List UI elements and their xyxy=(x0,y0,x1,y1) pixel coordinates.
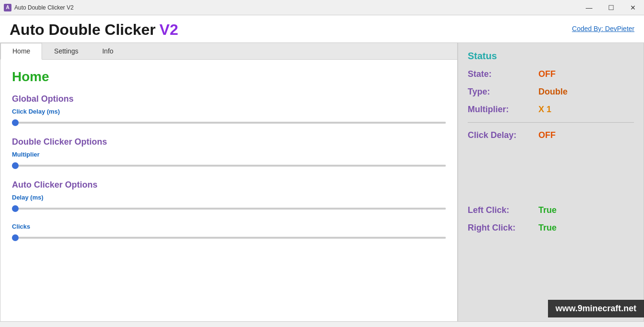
click-delay-container: Click Delay (ms) xyxy=(12,108,446,126)
click-delay-status-label: Click Delay: xyxy=(468,130,535,140)
title-bar: A Auto Double Clicker V2 — ☐ ✕ xyxy=(0,0,644,15)
tab-info[interactable]: Info xyxy=(90,43,125,59)
page-title: Home xyxy=(12,69,446,84)
left-panel: Home Settings Info Home Global Options C… xyxy=(0,42,458,322)
right-click-label: Right Click: xyxy=(468,223,535,233)
main-layout: Home Settings Info Home Global Options C… xyxy=(0,42,644,322)
auto-delay-container: Delay (ms) xyxy=(12,194,446,211)
left-click-label: Left Click: xyxy=(468,205,535,215)
tab-settings[interactable]: Settings xyxy=(42,43,90,59)
tab-content-home: Home Global Options Click Delay (ms) Dou… xyxy=(0,60,457,321)
minimize-button[interactable]: — xyxy=(578,0,600,15)
watermark: www.9minecraft.net xyxy=(548,300,644,317)
auto-delay-label: Delay (ms) xyxy=(12,194,446,201)
tabs-bar: Home Settings Info xyxy=(0,43,457,60)
left-click-value: True xyxy=(538,205,557,215)
app-title-version: V2 xyxy=(160,21,178,39)
maximize-button[interactable]: ☐ xyxy=(600,0,622,15)
window-controls: — ☐ ✕ xyxy=(578,0,644,15)
status-title: Status xyxy=(468,51,634,62)
type-value: Double xyxy=(538,87,568,97)
double-clicker-options-title: Double Clicker Options xyxy=(12,137,446,147)
clicks-slider[interactable] xyxy=(12,237,446,239)
app-title-container: Auto Double Clicker V2 xyxy=(10,21,634,39)
multiplier-status-value: X 1 xyxy=(538,105,551,115)
app-header: Auto Double Clicker V2 Coded By: DevPiet… xyxy=(0,15,644,42)
right-panel: Status State: OFF Type: Double Multiplie… xyxy=(458,42,644,322)
auto-delay-slider[interactable] xyxy=(12,208,446,210)
clicks-label: Clicks xyxy=(12,223,446,230)
right-click-value: True xyxy=(538,223,557,233)
click-delay-label: Click Delay (ms) xyxy=(12,108,446,115)
global-options-title: Global Options xyxy=(12,94,446,104)
auto-clicker-options-title: Auto Clicker Options xyxy=(12,180,446,190)
app-title-main: Auto Double Clicker xyxy=(10,21,156,39)
app-icon: A xyxy=(4,4,11,11)
state-value: OFF xyxy=(538,69,556,79)
click-delay-status-value: OFF xyxy=(538,130,556,140)
multiplier-slider[interactable] xyxy=(12,165,446,167)
multiplier-label: Multiplier xyxy=(12,151,446,158)
left-click-row: Left Click: True xyxy=(468,205,634,215)
click-delay-slider[interactable] xyxy=(12,122,446,124)
tab-home[interactable]: Home xyxy=(0,43,42,60)
type-row: Type: Double xyxy=(468,87,634,97)
title-bar-text: Auto Double Clicker V2 xyxy=(14,4,74,11)
state-row: State: OFF xyxy=(468,69,634,79)
multiplier-container: Multiplier xyxy=(12,151,446,169)
coded-by-link[interactable]: Coded By: DevPieter xyxy=(572,25,634,32)
close-button[interactable]: ✕ xyxy=(622,0,644,15)
multiplier-status-label: Multiplier: xyxy=(468,105,535,115)
multiplier-row: Multiplier: X 1 xyxy=(468,105,634,115)
clicks-container: Clicks xyxy=(12,223,446,241)
status-divider xyxy=(468,122,634,123)
state-label: State: xyxy=(468,69,535,79)
type-label: Type: xyxy=(468,87,535,97)
right-click-row: Right Click: True xyxy=(468,223,634,233)
click-delay-row: Click Delay: OFF xyxy=(468,130,634,140)
